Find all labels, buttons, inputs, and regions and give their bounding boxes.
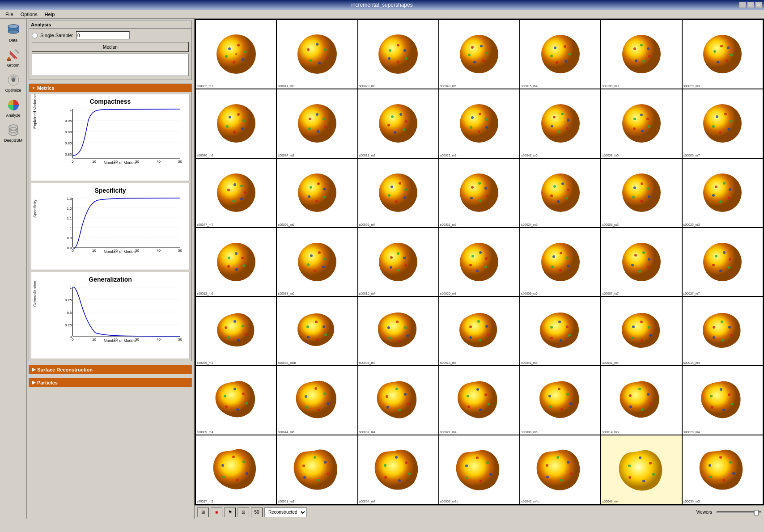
svg-point-342	[549, 405, 552, 408]
svg-point-130	[226, 125, 229, 128]
grid-cell-24: s00026_m3	[439, 228, 520, 297]
svg-point-297	[566, 325, 569, 328]
svg-point-354	[711, 406, 713, 409]
svg-point-345	[647, 393, 649, 396]
menu-help[interactable]: Help	[41, 11, 59, 18]
svg-point-327	[404, 393, 407, 396]
grid-cell-10: s00021_m3	[439, 89, 520, 158]
svg-point-387	[649, 462, 652, 464]
toolbar-groom[interactable]: Groom	[2, 46, 25, 70]
cell-label-42: s00017_m5	[197, 500, 213, 503]
svg-point-134	[323, 118, 325, 120]
deepssm-icon	[6, 123, 21, 137]
svg-point-166	[703, 104, 742, 143]
generalization-title: Generalization	[35, 276, 186, 283]
surface-reconstruction-header[interactable]: ▶ Surface Reconstruction	[29, 365, 191, 374]
svg-point-295	[550, 326, 553, 329]
bottom-toolbar: ⊞ ■ ⚑ ⊡ 50 Reconstructed Viewers	[195, 505, 764, 519]
svg-point-149	[485, 126, 488, 129]
compactness-y-label: Explained Variance	[33, 111, 37, 129]
toolbar-data[interactable]: Data	[2, 21, 25, 45]
shape-41	[698, 377, 747, 424]
analysis-content: Single Sample: Median	[29, 29, 191, 80]
grid-cell-41: s00020_m4	[682, 366, 763, 435]
svg-point-274	[245, 333, 247, 336]
svg-point-276	[227, 336, 229, 339]
menu-file[interactable]: File	[2, 11, 17, 18]
cell-label-33: s00042_m4	[602, 361, 619, 364]
cell-label-11: s00048_m5	[521, 154, 538, 157]
svg-point-251	[552, 255, 555, 258]
svg-point-142	[403, 128, 405, 131]
grid-cell-46: s00042_m4b	[520, 435, 601, 504]
svg-point-265	[715, 255, 717, 258]
svg-point-374	[476, 456, 479, 459]
svg-point-87	[318, 62, 321, 64]
svg-point-353	[722, 409, 725, 411]
group-btn[interactable]: ⊡	[238, 507, 249, 517]
grid-cell-20: s00025_m3	[682, 158, 763, 228]
svg-point-161	[640, 114, 643, 116]
svg-point-177	[244, 191, 246, 194]
red-btn[interactable]: ■	[211, 507, 222, 517]
svg-point-124	[217, 104, 255, 143]
svg-text:1.1: 1.1	[67, 216, 72, 220]
groom-icon	[6, 48, 21, 62]
svg-point-329	[398, 409, 401, 411]
grid-cell-39: s00008_m6	[520, 366, 601, 435]
shape-46	[535, 445, 586, 494]
single-sample-input[interactable]	[76, 31, 130, 39]
num-btn[interactable]: 50	[251, 507, 263, 517]
shape-30	[375, 309, 422, 354]
svg-point-169	[730, 120, 732, 122]
toolbar-analyze[interactable]: Analyze	[2, 96, 25, 120]
surface-reconstruction-arrow: ▶	[32, 367, 35, 372]
svg-point-372	[384, 476, 387, 479]
svg-point-321	[323, 393, 326, 395]
svg-point-118	[713, 50, 716, 53]
svg-point-178	[240, 198, 243, 200]
svg-point-341	[560, 408, 563, 411]
svg-point-396	[709, 476, 712, 478]
viewers-slider[interactable]	[717, 511, 761, 513]
svg-point-167	[716, 115, 718, 118]
shape-8	[295, 101, 340, 146]
minimize-btn[interactable]: _	[739, 2, 746, 8]
svg-point-294	[469, 336, 472, 339]
svg-point-254	[567, 265, 569, 267]
svg-point-2	[8, 30, 19, 34]
grid-view-btn[interactable]: ⊞	[197, 507, 209, 517]
svg-point-138	[379, 104, 417, 143]
svg-point-131	[298, 104, 336, 143]
view-mode-dropdown[interactable]: Reconstructed	[264, 507, 307, 517]
svg-point-98	[480, 45, 483, 47]
grid-cell-37: s00037_m4	[358, 366, 439, 435]
particles-header[interactable]: ▶ Particles	[29, 378, 191, 387]
cell-label-13: s00000_m7	[683, 154, 700, 157]
single-sample-radio[interactable]	[32, 33, 38, 38]
surface-reconstruction-section: ▶ Surface Reconstruction	[29, 365, 192, 374]
svg-point-168	[724, 113, 727, 115]
svg-point-284	[396, 321, 399, 323]
shape-29	[293, 309, 340, 354]
toolbar-optimize[interactable]: Optimize	[2, 71, 25, 95]
flag-btn[interactable]: ⚑	[224, 507, 236, 517]
median-button[interactable]: Median	[32, 42, 189, 52]
viewers-label: Viewers	[696, 510, 712, 515]
cell-label-27: s00027_m7	[683, 292, 700, 295]
toolbar-deepssm[interactable]: DeepSSM	[2, 121, 25, 145]
grid-cell-6: s00029_m3	[682, 20, 763, 89]
svg-point-114	[648, 55, 651, 58]
svg-point-250	[541, 243, 580, 281]
grid-cell-45: s00003_m3b	[439, 435, 520, 504]
svg-point-304	[649, 334, 652, 337]
svg-point-218	[729, 188, 731, 191]
close-btn[interactable]: ✕	[755, 2, 762, 8]
maximize-btn[interactable]: □	[747, 2, 754, 8]
cell-label-17: s00031_m6	[440, 223, 457, 226]
shape-43	[291, 445, 343, 494]
svg-point-213	[640, 200, 643, 203]
svg-point-140	[399, 113, 402, 116]
menu-options[interactable]: Options	[17, 11, 41, 18]
analysis-textarea[interactable]	[32, 54, 189, 76]
